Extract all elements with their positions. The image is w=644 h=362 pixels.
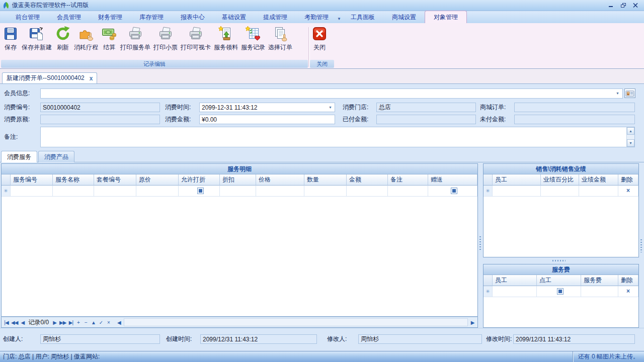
column-header-discount[interactable]: 折扣 [220, 174, 256, 186]
horizontal-scrollbar-track[interactable] [124, 318, 468, 326]
menu-item-basic-settings[interactable]: 基础设置 [213, 11, 255, 23]
horizontal-splitter-grip[interactable] [552, 260, 566, 261]
nav-prev-page-button[interactable]: ◀◀ [10, 320, 19, 325]
menu-item-front-desk[interactable]: 前台管理 [7, 11, 48, 23]
cell-service-name[interactable] [53, 186, 94, 197]
nav-cancel-button[interactable]: × [105, 320, 112, 325]
cell-appointed[interactable] [537, 286, 581, 297]
menu-item-members[interactable]: 会员管理 [48, 11, 90, 23]
nav-last-button[interactable]: ▶| [67, 320, 74, 325]
consume-time-dropdown-arrow-icon[interactable]: ▼ [327, 104, 334, 111]
modified-time-input[interactable] [513, 334, 635, 344]
nav-next-button[interactable]: ▶ [51, 320, 58, 325]
cell-amount[interactable] [347, 186, 388, 197]
tab-consume-product[interactable]: 消费产品 [38, 151, 74, 162]
member-card-button[interactable] [624, 88, 635, 98]
nav-prev-button[interactable]: ◀ [19, 320, 26, 325]
restore-button[interactable] [619, 2, 628, 9]
created-time-input[interactable] [200, 334, 317, 344]
column-header-gift[interactable]: 赠送 [428, 174, 477, 186]
allow-discount-checkbox[interactable] [197, 188, 204, 194]
cell-perf-percent[interactable] [541, 186, 579, 197]
remark-textarea[interactable] [40, 127, 635, 147]
menu-item-attendance[interactable]: 考勤管理 [296, 11, 337, 23]
column-header-price[interactable]: 价格 [256, 174, 304, 186]
service-record-button[interactable]: 服务记录 [239, 24, 267, 60]
cell-quantity[interactable] [304, 186, 347, 197]
minimize-button[interactable] [607, 2, 616, 9]
member-info-input[interactable] [40, 88, 623, 99]
column-header-allow-discount[interactable]: 允许打折 [179, 174, 220, 186]
column-header-delete[interactable]: 删除 [618, 174, 638, 186]
cell-employee[interactable] [493, 286, 537, 297]
delete-row-icon[interactable]: × [618, 186, 638, 197]
column-header-employee[interactable]: 员工 [493, 174, 541, 186]
service-material-button[interactable]: 服务领料 [212, 24, 239, 60]
menu-item-inventory[interactable]: 库存管理 [131, 11, 172, 23]
column-header-amount[interactable]: 金额 [347, 174, 388, 186]
column-header-original-price[interactable]: 原价 [136, 174, 179, 186]
close-tab-button[interactable]: 关闭 [310, 24, 329, 60]
menu-item-commission[interactable]: 提成管理 [255, 11, 296, 23]
scroll-up-icon[interactable]: ▲ [627, 127, 634, 135]
print-service-sheet-button[interactable]: 打印服务单 [119, 24, 152, 60]
column-header-package-no[interactable]: 套餐编号 [94, 174, 136, 186]
select-order-button[interactable]: 选择订单 [267, 24, 294, 60]
menu-item-reports[interactable]: 报表中心 [172, 11, 213, 23]
cell-service-no[interactable] [11, 186, 53, 197]
print-visual-card-button[interactable]: 打印可视卡 [179, 24, 212, 60]
modifier-input[interactable] [358, 334, 482, 344]
save-and-new-button[interactable]: 保存并新建 [20, 24, 53, 60]
save-button[interactable]: 保存 [1, 24, 20, 60]
column-header-perf-amount[interactable]: 业绩金额 [579, 174, 618, 186]
member-dropdown-arrow-icon[interactable]: ▼ [614, 89, 621, 97]
column-header-quantity[interactable]: 数量 [304, 174, 347, 186]
cell-price[interactable] [256, 186, 304, 197]
hscroll-left-icon[interactable]: ◀ [115, 320, 123, 325]
consume-amount-input[interactable] [199, 115, 335, 124]
scroll-down-icon[interactable]: ▼ [627, 139, 634, 147]
cell-gift[interactable] [428, 186, 477, 197]
nav-edit-button[interactable]: ▲ [90, 320, 97, 325]
consume-time-input[interactable] [199, 103, 335, 112]
settle-button[interactable]: 结算 [100, 24, 119, 60]
document-tab-close-icon[interactable]: x [90, 75, 93, 82]
refresh-button[interactable]: 刷新 [53, 24, 72, 60]
menu-item-mall-settings[interactable]: 商城设置 [383, 11, 425, 23]
appointed-checkbox[interactable] [557, 288, 564, 295]
right-splitter-grip[interactable] [640, 239, 642, 252]
column-header-service-no[interactable]: 服务编号 [11, 174, 53, 186]
cell-remark[interactable] [388, 186, 428, 197]
column-header-service-fee[interactable]: 服务费 [581, 275, 618, 286]
document-tab[interactable]: 新建消费开单--S0010000402 x [2, 72, 97, 83]
unpaid-amount-input[interactable] [514, 115, 635, 124]
cell-discount[interactable] [220, 186, 256, 197]
print-receipt-button[interactable]: 打印小票 [152, 24, 179, 60]
cell-allow-discount[interactable] [179, 186, 220, 197]
column-header-delete[interactable]: 删除 [618, 275, 638, 286]
tab-consume-service[interactable]: 消费服务 [1, 151, 37, 162]
nav-first-button[interactable]: |◀ [3, 320, 10, 325]
delete-row-icon[interactable]: × [618, 286, 638, 297]
paid-amount-input[interactable] [376, 115, 476, 124]
column-header-service-name[interactable]: 服务名称 [53, 174, 94, 186]
cell-package-no[interactable] [94, 186, 136, 197]
chevron-down-icon[interactable]: ▼ [337, 14, 342, 23]
menu-item-tools[interactable]: 工具面板 [342, 11, 383, 23]
nav-delete-button[interactable]: − [82, 320, 90, 325]
cell-perf-amount[interactable] [579, 186, 618, 197]
menu-item-finance[interactable]: 财务管理 [90, 11, 131, 23]
gift-checkbox[interactable] [451, 188, 457, 194]
consume-no-input[interactable] [40, 103, 160, 112]
nav-post-button[interactable]: ✓ [97, 320, 105, 325]
treatment-consume-button[interactable]: 消耗疗程 [72, 24, 100, 60]
creator-input[interactable] [40, 334, 160, 344]
menu-item-object-management[interactable]: 对象管理 [425, 11, 467, 23]
remark-scrollbar[interactable]: ▲ ▼ [626, 127, 634, 147]
close-window-button[interactable] [631, 2, 640, 9]
column-header-remark[interactable]: 备注 [388, 174, 428, 186]
vertical-splitter-grip[interactable] [479, 236, 481, 250]
cell-original-price[interactable] [136, 186, 179, 197]
nav-insert-button[interactable]: + [74, 320, 82, 325]
mall-order-input[interactable] [514, 103, 635, 112]
